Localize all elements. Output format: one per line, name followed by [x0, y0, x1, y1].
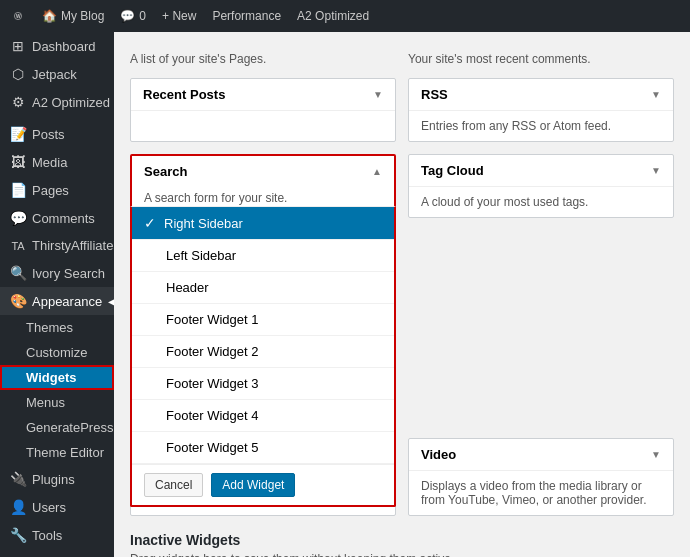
- add-widget-button[interactable]: Add Widget: [211, 473, 295, 497]
- svg-text:W: W: [16, 14, 21, 19]
- sidebar-subitem-themes[interactable]: Themes: [0, 315, 114, 340]
- widget-location-dropdown[interactable]: ✓ Right Sidebar Left Sidebar Header Foot…: [130, 206, 396, 507]
- sidebar-item-settings[interactable]: ⚙ Settings: [0, 549, 114, 557]
- sidebar-item-ivorysearch[interactable]: 🔍 Ivory Search: [0, 259, 114, 287]
- sidebar-item-appearance[interactable]: 🎨 Appearance ◀: [0, 287, 114, 315]
- sidebar-subitem-menus[interactable]: Menus: [0, 390, 114, 415]
- tag-cloud-column: Tag Cloud ▼ A cloud of your most used ta…: [408, 154, 674, 218]
- dropdown-item-left-sidebar[interactable]: Left Sidebar: [132, 240, 394, 272]
- users-icon: 👤: [10, 499, 26, 515]
- sidebar-item-plugins[interactable]: 🔌 Plugins: [0, 465, 114, 493]
- sidebar-item-users[interactable]: 👤 Users: [0, 493, 114, 521]
- pages-icon: 📄: [10, 182, 26, 198]
- dropdown-item-footer3[interactable]: Footer Widget 3: [132, 368, 394, 400]
- admin-bar: W 🏠 My Blog 💬 0 + New Performance A2 Opt…: [0, 0, 690, 32]
- dropdown-item-header[interactable]: Header: [132, 272, 394, 304]
- sidebar-item-jetpack[interactable]: ⬡ Jetpack: [0, 60, 114, 88]
- rss-widget: RSS ▼ Entries from any RSS or Atom feed.: [408, 78, 674, 142]
- a2-icon: ⚙: [10, 94, 26, 110]
- tag-cloud-body: A cloud of your most used tags.: [409, 187, 673, 217]
- dropdown-item-footer2[interactable]: Footer Widget 2: [132, 336, 394, 368]
- admin-bar-a2[interactable]: A2 Optimized: [291, 0, 375, 32]
- admin-bar-site-name[interactable]: 🏠 My Blog: [36, 0, 110, 32]
- search-widget-container: Search ▲ A search form for your site. ✓ …: [130, 154, 396, 218]
- thirsty-icon: TA: [10, 240, 26, 252]
- admin-bar-comments[interactable]: 💬 0: [114, 0, 152, 32]
- posts-icon: 📝: [10, 126, 26, 142]
- admin-bar-new[interactable]: + New: [156, 0, 202, 32]
- tag-cloud-header[interactable]: Tag Cloud ▼: [409, 155, 673, 187]
- appearance-icon: 🎨: [10, 293, 26, 309]
- tools-icon: 🔧: [10, 527, 26, 543]
- dropdown-item-footer1[interactable]: Footer Widget 1: [132, 304, 394, 336]
- sidebar-item-comments[interactable]: 💬 Comments: [0, 204, 114, 232]
- recent-posts-chevron: ▼: [373, 89, 383, 100]
- video-header[interactable]: Video ▼: [409, 439, 673, 471]
- dropdown-item-footer4[interactable]: Footer Widget 4: [132, 400, 394, 432]
- media-icon: 🖼: [10, 154, 26, 170]
- jetpack-icon: ⬡: [10, 66, 26, 82]
- inactive-desc: Drag widgets here to save them without k…: [130, 552, 674, 557]
- dropdown-item-footer5[interactable]: Footer Widget 5: [132, 432, 394, 464]
- rss-chevron: ▼: [651, 89, 661, 100]
- sidebar-item-posts[interactable]: 📝 Posts: [0, 120, 114, 148]
- plugins-icon: 🔌: [10, 471, 26, 487]
- comment-icon: 💬: [120, 9, 135, 23]
- video-chevron: ▼: [651, 449, 661, 460]
- search-widget-header[interactable]: Search ▲: [132, 156, 394, 187]
- sidebar-subitem-widgets[interactable]: Widgets: [0, 365, 114, 390]
- dropdown-item-right-sidebar[interactable]: ✓ Right Sidebar: [132, 207, 394, 240]
- content-area: A list of your site's Pages. Your site's…: [114, 32, 690, 557]
- sidebar-item-tools[interactable]: 🔧 Tools: [0, 521, 114, 549]
- sidebar-item-a2optimized[interactable]: ⚙ A2 Optimized: [0, 88, 114, 116]
- rss-header[interactable]: RSS ▼: [409, 79, 673, 111]
- sidebar-subitem-customize[interactable]: Customize: [0, 340, 114, 365]
- pages-desc: A list of your site's Pages.: [130, 48, 396, 70]
- inactive-title: Inactive Widgets: [130, 532, 674, 548]
- inactive-widgets-section: Inactive Widgets Drag widgets here to sa…: [130, 532, 674, 557]
- video-body: Displays a video from the media library …: [409, 471, 673, 515]
- sidebar-item-pages[interactable]: 📄 Pages: [0, 176, 114, 204]
- home-icon: 🏠: [42, 9, 57, 23]
- cancel-button[interactable]: Cancel: [144, 473, 203, 497]
- sidebar: ⊞ Dashboard ⬡ Jetpack ⚙ A2 Optimized 📝 P…: [0, 32, 114, 557]
- comments-icon: 💬: [10, 210, 26, 226]
- wp-logo[interactable]: W: [8, 6, 28, 26]
- tag-cloud-chevron: ▼: [651, 165, 661, 176]
- rss-body: Entries from any RSS or Atom feed.: [409, 111, 673, 141]
- tag-cloud-widget: Tag Cloud ▼ A cloud of your most used ta…: [408, 154, 674, 218]
- dashboard-icon: ⊞: [10, 38, 26, 54]
- search-chevron-up: ▲: [372, 166, 382, 177]
- sidebar-item-dashboard[interactable]: ⊞ Dashboard: [0, 32, 114, 60]
- recent-posts-header[interactable]: Recent Posts ▼: [131, 79, 395, 111]
- sidebar-item-thirsty[interactable]: TA ThirstyAffiliates: [0, 232, 114, 259]
- top-labels-row: A list of your site's Pages. Your site's…: [130, 48, 674, 70]
- recent-posts-widget: Recent Posts ▼: [130, 78, 396, 142]
- sidebar-item-media[interactable]: 🖼 Media: [0, 148, 114, 176]
- dropdown-actions: Cancel Add Widget: [132, 464, 394, 505]
- video-widget: Video ▼ Displays a video from the media …: [408, 438, 674, 516]
- comments-desc: Your site's most recent comments.: [408, 48, 674, 70]
- ivorysearch-icon: 🔍: [10, 265, 26, 281]
- admin-bar-performance[interactable]: Performance: [206, 0, 287, 32]
- sidebar-subitem-theme-editor[interactable]: Theme Editor: [0, 440, 114, 465]
- check-icon: ✓: [144, 215, 156, 231]
- sidebar-subitem-generatepress[interactable]: GeneratePress: [0, 415, 114, 440]
